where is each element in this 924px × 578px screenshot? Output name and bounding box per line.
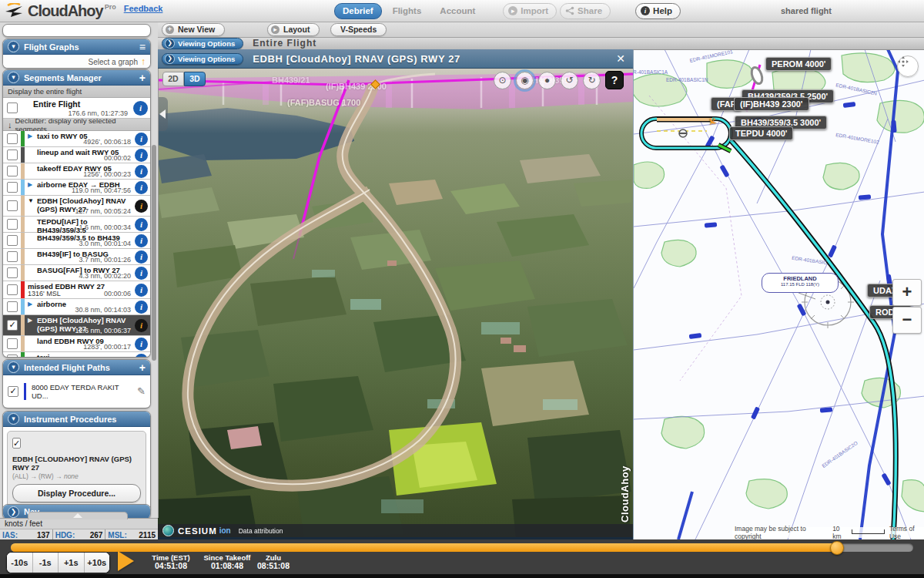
info-icon[interactable]: i bbox=[135, 284, 148, 297]
info-icon[interactable]: i bbox=[135, 354, 148, 358]
info-icon[interactable]: i bbox=[133, 101, 148, 116]
zoom-out-button[interactable]: − bbox=[892, 307, 922, 334]
aviation-chart-panel[interactable]: EDR-401MORE101 EDR-401BASIC1N EDR-401BAS… bbox=[633, 49, 924, 539]
import-button[interactable]: ▸ Import bbox=[503, 3, 557, 19]
intended-path-row[interactable]: ✓ 8000 EDAY TERDA RAKIT UD... ✎ bbox=[3, 375, 150, 407]
toggle-3d-button[interactable]: 3D bbox=[184, 72, 206, 86]
segments-manager-header[interactable]: ▾ Segments Manager + bbox=[3, 70, 150, 86]
segment-row[interactable]: land EDBH RWY 09 1283', 00:00:17 i bbox=[3, 336, 150, 352]
timeline-knob[interactable] bbox=[830, 541, 844, 555]
camera-tilt-icon[interactable]: ⊙ bbox=[494, 72, 511, 89]
segment-row-selected[interactable]: ✓ ▶EDBH [CloudAhoy] RNAV (GPS) RWY 27 12… bbox=[3, 315, 150, 336]
chevron-down-icon[interactable]: ▾ bbox=[8, 413, 19, 425]
chevron-down-icon[interactable]: ▾ bbox=[8, 72, 19, 83]
camera-view-icon[interactable]: ◉ bbox=[516, 72, 534, 89]
segment-row[interactable]: TEPDU[IAF] to BH439/359/3.5 1.6 nm, 00:0… bbox=[3, 217, 150, 233]
tab-account[interactable]: Account bbox=[432, 4, 483, 18]
info-icon[interactable]: i bbox=[135, 181, 148, 194]
segment-checkbox[interactable] bbox=[7, 267, 18, 278]
segment-row[interactable]: takeoff EDAY RWY 05 1256', 00:00:23 i bbox=[3, 163, 150, 180]
plus-10s-button[interactable]: +10s bbox=[85, 553, 110, 573]
flight-graphs-header[interactable]: ▾ Flight Graphs ≡ bbox=[3, 39, 150, 55]
segment-checkbox[interactable] bbox=[7, 338, 18, 349]
pan-control-button[interactable] bbox=[897, 55, 919, 77]
minus-10s-button[interactable]: -10s bbox=[7, 553, 33, 573]
zoom-in-button[interactable]: + bbox=[892, 279, 922, 306]
instrument-procedures-header[interactable]: ▾ Instrument Procedures bbox=[3, 412, 150, 427]
segment-checkbox[interactable] bbox=[7, 355, 18, 358]
collapse-arrow-icon[interactable]: ▼ bbox=[28, 197, 34, 206]
segment-checkbox[interactable]: ✓ bbox=[7, 320, 18, 331]
entire-flight-row[interactable]: Entire Flight 176.6 nm, 01:27:39 i bbox=[3, 98, 150, 119]
segment-checkbox[interactable] bbox=[7, 219, 18, 230]
chevron-down-icon[interactable]: ▾ bbox=[8, 361, 19, 373]
edit-pencil-icon[interactable]: ✎ bbox=[137, 385, 146, 397]
tab-debrief[interactable]: Debrief bbox=[334, 3, 382, 19]
add-path-icon[interactable]: + bbox=[139, 362, 146, 373]
segment-checkbox[interactable] bbox=[7, 166, 18, 176]
minus-1s-button[interactable]: -1s bbox=[33, 553, 59, 573]
expand-arrow-icon[interactable]: ▶ bbox=[28, 301, 32, 309]
add-segment-icon[interactable]: + bbox=[139, 72, 146, 83]
help-button[interactable]: i Help bbox=[635, 3, 681, 19]
toggle-2d-button[interactable]: 2D bbox=[162, 72, 184, 86]
info-icon[interactable]: i bbox=[135, 234, 148, 247]
segment-checkbox[interactable] bbox=[7, 284, 18, 295]
segment-row[interactable]: taxi 1312', 00:01:26 i bbox=[3, 352, 150, 358]
viewing-options-button[interactable]: ❯ Viewing Options bbox=[162, 53, 243, 65]
procedure-checkbox[interactable]: ✓ bbox=[12, 438, 21, 449]
segment-row[interactable]: missed EDBH RWY 27 1316' MSL 00:00:06 i bbox=[3, 281, 150, 299]
display-procedure-button[interactable]: Display Procedure... bbox=[12, 484, 141, 502]
segment-checkbox[interactable] bbox=[7, 150, 18, 160]
status-expand-tab[interactable] bbox=[28, 512, 128, 519]
info-icon[interactable]: i bbox=[135, 338, 148, 351]
info-icon[interactable]: i bbox=[135, 149, 148, 162]
feedback-link[interactable]: Feedback bbox=[124, 4, 163, 13]
segment-checkbox[interactable] bbox=[7, 182, 18, 193]
segment-row[interactable]: ▶airborne 30.8 nm, 00:14:03 i bbox=[3, 299, 150, 315]
waypoint-label-ifbh439[interactable]: (IF)BH439 2300' bbox=[734, 97, 809, 111]
info-icon[interactable]: i bbox=[135, 267, 148, 280]
cloudahoy-logo[interactable]: CloudAhoy Pro Feedback bbox=[5, 1, 162, 21]
data-attribution-link[interactable]: Data attribution bbox=[239, 527, 283, 535]
graph-menu-icon[interactable]: ≡ bbox=[139, 42, 146, 52]
play-button[interactable] bbox=[118, 551, 134, 571]
segment-checkbox[interactable] bbox=[7, 301, 18, 312]
tab-flights[interactable]: Flights bbox=[385, 4, 430, 18]
rotate-left-icon[interactable]: ↺ bbox=[561, 72, 578, 89]
segment-checkbox[interactable] bbox=[7, 235, 18, 246]
chevron-right-icon[interactable]: ❯ bbox=[8, 506, 19, 518]
waypoint-label-perom[interactable]: PEROM 4000' bbox=[765, 57, 832, 71]
segment-row[interactable]: BH439/359/3.5 to BH439 3.0 nm, 00:01:04 … bbox=[3, 233, 150, 249]
segment-row[interactable]: BH439[IF] to BASUG 3.7 nm, 00:01:26 i bbox=[3, 249, 150, 265]
intended-paths-header[interactable]: ▾ Intended Flight Paths + bbox=[3, 360, 150, 375]
segment-row[interactable]: lineup and wait RWY 05 00:00:02 i bbox=[3, 147, 150, 163]
segment-row[interactable]: BASUG[FAF] to RWY 27 4.3 nm, 00:02:20 i bbox=[3, 265, 150, 281]
expand-arrow-icon[interactable]: ▶ bbox=[28, 181, 32, 190]
segment-checkbox[interactable] bbox=[7, 251, 18, 262]
segment-row[interactable]: ▼EDBH [CloudAhoy] RNAV (GPS) RWY 27 12.7… bbox=[3, 196, 150, 217]
camera-center-icon[interactable]: ● bbox=[538, 72, 556, 89]
segment-row[interactable]: ▶taxi to RWY 05 4926', 00:06:18 i bbox=[3, 131, 150, 147]
terrain-canvas[interactable] bbox=[158, 68, 633, 539]
terms-of-use-link[interactable]: Terms of Use bbox=[889, 525, 924, 539]
info-icon[interactable]: i bbox=[135, 301, 148, 314]
share-button[interactable]: Share bbox=[560, 3, 611, 19]
cesium-3d-map[interactable]: BH439/21 (IF)BH439 2300 (FAF)BASUG 1700 … bbox=[158, 68, 633, 539]
chevron-down-icon[interactable]: ▾ bbox=[8, 41, 19, 52]
expand-arrow-icon[interactable]: ▶ bbox=[28, 317, 32, 325]
info-icon[interactable]: i bbox=[135, 250, 148, 264]
path-checkbox[interactable]: ✓ bbox=[8, 386, 18, 397]
sidebar-scrollbar[interactable] bbox=[152, 145, 156, 361]
info-icon[interactable]: i bbox=[135, 200, 148, 213]
plus-1s-button[interactable]: +1s bbox=[59, 553, 85, 573]
viewing-options-button[interactable]: ❯ Viewing Options bbox=[162, 38, 243, 49]
info-icon[interactable]: i bbox=[135, 218, 148, 231]
map-help-button[interactable]: ? bbox=[605, 71, 624, 89]
info-icon[interactable]: i bbox=[135, 133, 148, 146]
timeline-slider[interactable] bbox=[11, 543, 913, 552]
waypoint-label-tepdu[interactable]: TEPDU 4000' bbox=[729, 126, 793, 140]
segment-checkbox[interactable] bbox=[7, 200, 18, 211]
expand-arrow-icon[interactable]: ▶ bbox=[28, 133, 32, 141]
segment-checkbox[interactable] bbox=[7, 133, 18, 144]
